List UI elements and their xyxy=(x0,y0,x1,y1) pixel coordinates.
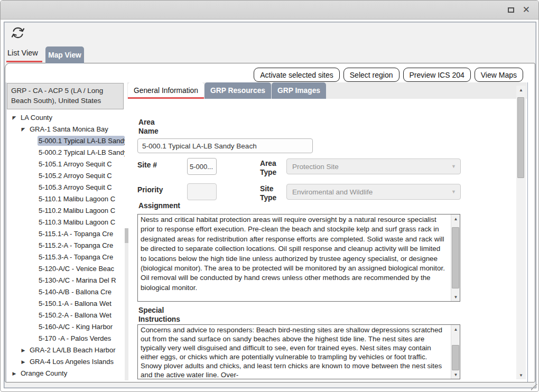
tree-node-label: 5-115.3-A - Topanga Cre xyxy=(38,252,125,262)
close-button[interactable]: ✕ xyxy=(523,5,530,14)
form-scrollbar-thumb[interactable] xyxy=(517,97,524,178)
tree-node-label: 5-120-A/C - Venice Beac xyxy=(38,264,125,274)
tree-node-label: 5-000.2 Typical LA-LB Sandy Beach xyxy=(38,147,125,157)
tree-node-label: 5-105.2 Arroyo Sequit C xyxy=(38,171,125,181)
tree-node[interactable]: 5-150.1-A - Ballona Wet xyxy=(6,298,125,310)
tree-node[interactable]: 5-105.3 Arroyo Sequit C xyxy=(6,182,125,193)
area-type-value: Protection Site xyxy=(292,163,339,171)
area-name-input[interactable] xyxy=(137,138,313,153)
tab-map-view[interactable]: Map View xyxy=(45,46,84,63)
scroll-down-icon[interactable]: ▼ xyxy=(451,370,460,379)
scroll-up-icon[interactable]: ▲ xyxy=(516,86,526,94)
tree-header: GRP - CA - ACP 5 (LA / Long Beach South)… xyxy=(7,83,124,109)
tree-node-label: GRA-4 Los Angeles Islands xyxy=(29,357,125,367)
dropdown-arrow-icon: ▼ xyxy=(451,164,456,169)
tree-scrollbar-thumb[interactable] xyxy=(125,228,128,243)
tree-node[interactable]: 5-105.1 Arroyo Sequit C xyxy=(6,158,125,170)
tree-node[interactable]: ▶ Orange County xyxy=(6,368,125,379)
site-type-value: Enviromental and Wildlife xyxy=(292,188,373,196)
tree-node-label: 5-105.1 Arroyo Sequit C xyxy=(38,159,125,169)
tab-grp-images[interactable]: GRP Images xyxy=(272,82,326,99)
view-maps-button[interactable]: View Maps xyxy=(475,68,523,82)
priority-label: Priority xyxy=(137,185,180,194)
site-number-label: Site # xyxy=(137,161,180,170)
tree-node-label: 5-115.1-A - Topanga Cre xyxy=(38,229,125,239)
assignment-textarea[interactable]: Nests and critical habitat protection ar… xyxy=(137,214,460,302)
tree-node[interactable]: 5-170 -A - Palos Verdes xyxy=(6,333,125,344)
scroll-down-icon[interactable]: ▼ xyxy=(516,371,526,379)
app-window: ✕ List View Map View Activate selected s… xyxy=(0,0,539,392)
scroll-up-icon[interactable]: ▲ xyxy=(451,325,460,333)
tree-list: ◤ LA County ◤ GRA-1 Santa Monica Bay 5-0… xyxy=(6,109,125,379)
tree-node[interactable]: 5-140-A/B - Ballona Cre xyxy=(6,286,125,298)
tree-node[interactable]: 5-110.2 Malibu Lagoon C xyxy=(6,205,125,217)
tree-node-label: 5-115.2-A - Topanga Cre xyxy=(38,240,125,250)
tree-node[interactable]: 5-115.3-A - Topanga Cre xyxy=(6,251,125,263)
tree-node[interactable]: 5-110.3 Malibu Lagoon C xyxy=(6,217,125,228)
special-instructions-scrollbar[interactable]: ▲ ▼ xyxy=(451,325,460,379)
site-type-label: Site Type xyxy=(260,184,287,202)
site-tree-panel: GRP - CA - ACP 5 (LA / Long Beach South)… xyxy=(6,82,125,382)
form-scrollbar[interactable]: ▲ ▼ xyxy=(516,86,526,379)
resize-grip[interactable] xyxy=(531,384,537,390)
tree-node[interactable]: 5-120-A/C - Venice Beac xyxy=(6,263,125,275)
tree-node-label: 5-105.3 Arroyo Sequit C xyxy=(38,182,125,192)
maximize-icon xyxy=(508,7,514,13)
content-panel: Activate selected sites Select region Pr… xyxy=(5,63,535,382)
form-viewport-border xyxy=(527,82,528,382)
tree-node[interactable]: 5-000.1 Typical LA-LB Sandy Beach xyxy=(6,135,125,147)
tree-node-label: GRA-2 LA/LB Beach Harbor xyxy=(29,345,125,355)
main-panel: List View Map View Activate selected sit… xyxy=(4,22,536,388)
tree-node-label: 5-000.1 Typical LA-LB Sandy Beach xyxy=(38,136,125,146)
tree-node-label: 5-160-A/C - King Harbor xyxy=(38,322,125,332)
expand-icon[interactable]: ▶ xyxy=(11,371,18,376)
special-instructions-textarea[interactable]: Concerns and advice to responders: Beach… xyxy=(137,324,460,379)
tab-general-information[interactable]: General Information xyxy=(128,82,204,99)
dropdown-arrow-icon: ▼ xyxy=(451,189,456,194)
assignment-scrollbar[interactable]: ▲ ▼ xyxy=(451,214,460,301)
select-region-button[interactable]: Select region xyxy=(343,68,399,82)
tree-node[interactable]: 5-160-A/C - King Harbor xyxy=(6,321,125,333)
tree-node[interactable]: ▶ GRA-2 LA/LB Beach Harbor xyxy=(6,344,125,356)
tree-node[interactable]: 5-130-A/C - Marina Del R xyxy=(6,275,125,286)
maximize-button[interactable] xyxy=(508,5,514,15)
assignment-scrollbar-thumb[interactable] xyxy=(452,227,459,288)
active-tab-underline xyxy=(6,61,42,62)
tree-node-label: 5-110.3 Malibu Lagoon C xyxy=(38,217,125,227)
site-type-select[interactable]: Enviromental and Wildlife ▼ xyxy=(286,184,461,200)
tree-node[interactable]: 5-150.2-A - Ballona Wet xyxy=(6,310,125,321)
scroll-up-icon[interactable]: ▲ xyxy=(451,214,460,223)
tree-node[interactable]: 5-000.2 Typical LA-LB Sandy Beach xyxy=(6,147,125,158)
expand-icon[interactable]: ▶ xyxy=(20,359,27,365)
tree-node[interactable]: ▶ GRA-4 Los Angeles Islands xyxy=(6,356,125,368)
tree-node-label: 5-110.1 Malibu Lagoon C xyxy=(38,194,125,204)
tree-node[interactable]: ◤ GRA-1 Santa Monica Bay xyxy=(6,124,125,135)
tab-grp-resources[interactable]: GRP Resources xyxy=(205,82,271,99)
form-tab-bar: General Information GRP Resources GRP Im… xyxy=(128,82,327,99)
preview-ics-204-button[interactable]: Preview ICS 204 xyxy=(403,68,471,82)
expand-icon[interactable]: ▶ xyxy=(20,348,27,353)
tree-node-label: 5-170 -A - Palos Verdes xyxy=(38,333,125,343)
activate-selected-sites-button[interactable]: Activate selected sites xyxy=(254,68,340,82)
priority-input[interactable] xyxy=(187,183,217,200)
titlebar: ✕ xyxy=(1,1,538,20)
tree-node[interactable]: 5-110.1 Malibu Lagoon C xyxy=(6,193,125,205)
area-name-label: Area Name xyxy=(138,118,175,136)
area-type-select[interactable]: Protection Site ▼ xyxy=(286,158,461,174)
refresh-button[interactable] xyxy=(11,25,27,42)
expand-icon[interactable]: ◤ xyxy=(20,127,27,132)
tree-node-label: 5-130-A/C - Marina Del R xyxy=(38,275,125,285)
tree-node[interactable]: ◤ LA County xyxy=(6,112,125,124)
tree-scrollbar[interactable] xyxy=(125,228,128,380)
tree-node[interactable]: 5-115.1-A - Topanga Cre xyxy=(6,228,125,240)
expand-icon[interactable]: ◤ xyxy=(11,115,18,120)
tree-node[interactable]: 5-115.2-A - Topanga Cre xyxy=(6,240,125,251)
site-number-input[interactable] xyxy=(187,158,217,175)
scroll-down-icon[interactable]: ▼ xyxy=(451,293,460,301)
refresh-icon xyxy=(11,25,25,40)
tree-node-label: LA County xyxy=(20,113,125,123)
tab-list-view[interactable]: List View xyxy=(7,49,38,57)
tree-node[interactable]: 5-105.2 Arroyo Sequit C xyxy=(6,170,125,182)
special-instructions-text: Concerns and advice to responders: Beach… xyxy=(138,325,451,379)
special-instructions-scrollbar-thumb[interactable] xyxy=(452,345,459,370)
